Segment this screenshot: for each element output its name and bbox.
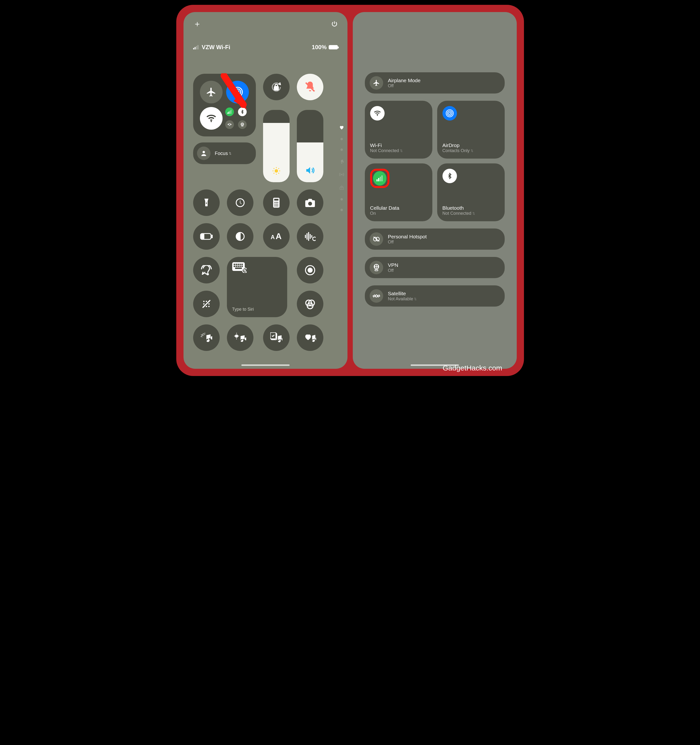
timer-button[interactable] <box>227 190 253 216</box>
hotspot-toggle[interactable] <box>225 120 234 129</box>
cellular-sub: On <box>370 211 427 216</box>
svg-line-25 <box>273 173 274 174</box>
vpn-title: VPN <box>388 262 398 268</box>
vpn-toggle[interactable] <box>238 120 247 129</box>
svg-point-35 <box>274 203 275 205</box>
wifi-sub: Not Connected <box>370 148 399 153</box>
bluetooth-title: Bluetooth <box>442 205 499 211</box>
screen-control-center: ＋ VZW Wi-Fi 100% <box>183 12 348 369</box>
volume-slider[interactable] <box>297 110 323 182</box>
svg-rect-49 <box>306 233 307 239</box>
svg-rect-52 <box>311 235 312 238</box>
airdrop-toggle[interactable] <box>226 81 249 103</box>
sound-recognition-button[interactable]: ♪ <box>193 257 220 283</box>
low-power-button[interactable] <box>193 223 220 250</box>
svg-text:Z: Z <box>204 333 205 335</box>
brightness-slider[interactable] <box>263 110 289 182</box>
focus-card[interactable]: Focus⇅ <box>193 142 256 164</box>
svg-point-34 <box>277 202 278 203</box>
rotation-lock-toggle[interactable] <box>263 74 289 100</box>
svg-point-99 <box>448 112 451 114</box>
cellular-signal-icon <box>193 45 200 49</box>
siri-label: Type to Siri <box>232 307 282 312</box>
reminders-music-button[interactable] <box>263 325 289 351</box>
keyboard-icon <box>232 262 247 273</box>
chevron-up-down-icon: ⇅ <box>472 212 475 215</box>
satellite-row[interactable]: Satellite Not Available⇅ <box>365 285 505 307</box>
page-indicators[interactable] <box>339 125 344 211</box>
airdrop-icon <box>442 106 457 121</box>
chevron-up-down-icon: ⇅ <box>471 149 473 153</box>
status-bar: VZW Wi-Fi 100% <box>183 29 348 51</box>
cellular-tile[interactable]: Cellular Data On <box>365 163 432 221</box>
wifi-tile[interactable]: Wi-Fi Not Connected⇅ <box>365 101 432 159</box>
silent-mode-toggle[interactable] <box>297 74 323 100</box>
bluetooth-toggle[interactable] <box>238 108 247 116</box>
color-filters-button[interactable] <box>297 291 323 317</box>
wifi-icon <box>370 106 385 121</box>
svg-point-32 <box>274 202 275 203</box>
cellular-data-toggle[interactable] <box>225 108 234 116</box>
svg-point-13 <box>231 124 231 125</box>
speaker-icon <box>305 165 315 175</box>
music-note-icon <box>340 159 344 164</box>
svg-point-41 <box>308 202 312 206</box>
wifi-title: Wi-Fi <box>370 142 427 148</box>
svg-point-81 <box>208 306 210 307</box>
svg-point-18 <box>274 169 278 173</box>
airplane-mode-row[interactable]: Airplane Mode Off <box>365 72 505 94</box>
svg-point-7 <box>210 121 212 122</box>
flashlight-button[interactable] <box>193 190 220 216</box>
vpn-row[interactable]: VPN Off <box>365 257 505 278</box>
svg-rect-31 <box>274 199 279 200</box>
svg-rect-105 <box>381 175 382 181</box>
background-sounds-button[interactable] <box>227 325 253 351</box>
screen-record-button[interactable] <box>297 257 323 283</box>
svg-rect-51 <box>310 234 310 239</box>
svg-point-4 <box>236 91 239 94</box>
siri-card[interactable]: Type to Siri <box>227 257 287 317</box>
annotation-highlight <box>370 169 390 188</box>
favorite-music-button[interactable] <box>297 325 323 351</box>
sun-icon <box>272 166 281 175</box>
svg-point-96 <box>341 174 342 175</box>
chevron-up-down-icon: ⇅ <box>414 297 417 301</box>
nearby-interactions-button[interactable] <box>193 291 220 317</box>
home-indicator[interactable] <box>241 364 289 366</box>
focus-label: Focus <box>215 151 228 156</box>
hotspot-icon <box>370 232 383 246</box>
svg-rect-60 <box>237 264 239 265</box>
satellite-icon <box>370 289 383 303</box>
music-recognition-button[interactable] <box>297 223 323 250</box>
battery-icon <box>329 45 338 49</box>
add-control-button[interactable]: ＋ <box>193 18 201 29</box>
svg-line-26 <box>278 168 279 169</box>
person-icon <box>197 147 210 160</box>
svg-rect-11 <box>231 110 231 114</box>
power-button[interactable] <box>331 21 338 27</box>
calculator-button[interactable] <box>263 190 289 216</box>
wifi-toggle[interactable] <box>200 107 223 130</box>
svg-rect-61 <box>240 264 241 265</box>
home-icon <box>339 185 344 190</box>
bluetooth-tile[interactable]: Bluetooth Not Connected⇅ <box>437 163 505 221</box>
broadcast-icon <box>339 172 344 177</box>
cellular-icon <box>373 171 387 186</box>
connectivity-card[interactable] <box>193 74 256 136</box>
sleep-sounds-button[interactable]: ZZZ <box>193 325 220 351</box>
svg-point-89 <box>235 335 238 338</box>
watermark: GadgetHacks.com <box>443 364 502 372</box>
vpn-icon <box>370 261 383 274</box>
hotspot-row[interactable]: Personal Hotspot Off <box>365 229 505 250</box>
svg-point-78 <box>208 303 210 305</box>
svg-point-27 <box>202 151 205 153</box>
svg-point-5 <box>234 89 241 95</box>
text-size-button[interactable]: AA <box>263 223 289 250</box>
dark-mode-button[interactable] <box>227 223 253 250</box>
svg-line-24 <box>278 173 279 174</box>
airdrop-tile[interactable]: AirDrop Contacts Only⇅ <box>437 101 505 159</box>
tutorial-frame: ＋ VZW Wi-Fi 100% <box>176 5 524 376</box>
camera-button[interactable] <box>297 190 323 216</box>
svg-point-38 <box>274 205 275 206</box>
airplane-mode-toggle[interactable] <box>200 81 223 103</box>
